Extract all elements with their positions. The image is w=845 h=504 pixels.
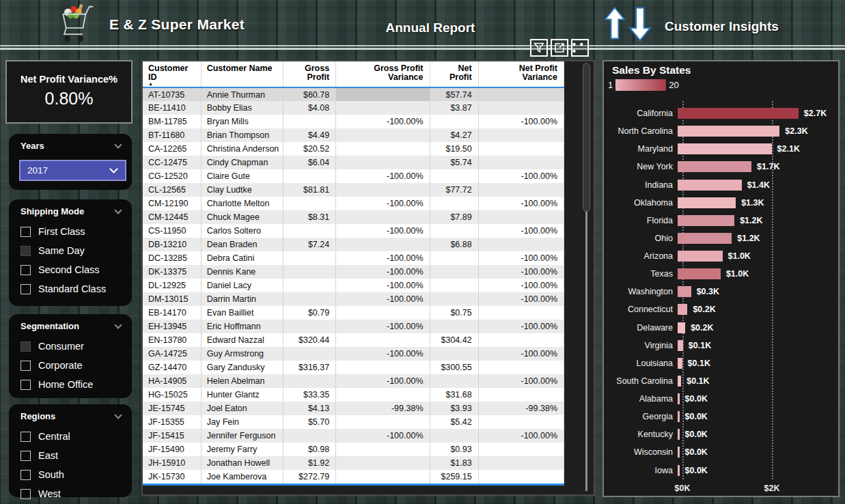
table-cell[interactable] — [478, 388, 564, 402]
table-cell[interactable]: $81.81 — [283, 183, 335, 197]
table-row[interactable]: DK-13375Dennis Kane-100.00%-100.00% — [143, 265, 564, 279]
table-cell[interactable] — [478, 183, 564, 197]
table-cell[interactable]: Bobby Elias — [201, 101, 283, 115]
table-cell[interactable]: Daniel Lacy — [201, 279, 283, 292]
table-cell[interactable] — [430, 292, 478, 306]
slicer-option[interactable]: Same Day — [20, 241, 132, 260]
slicer-option[interactable]: Corporate — [20, 356, 132, 375]
table-row[interactable]: DC-13285Debra Catini-100.00%-100.00% — [143, 251, 564, 265]
table-cell[interactable]: -99.38% — [478, 402, 564, 415]
table-row[interactable]: CC-12475Cindy Chapman$6.04$5.74 — [143, 156, 564, 169]
checkbox[interactable] — [20, 341, 31, 352]
bar[interactable] — [678, 286, 691, 297]
table-cell[interactable] — [478, 101, 564, 115]
table-cell[interactable]: BT-11680 — [143, 128, 201, 142]
checkbox[interactable] — [20, 380, 31, 390]
bar[interactable] — [678, 251, 723, 262]
table-cell[interactable]: BE-11410 — [143, 101, 201, 115]
slicer-option[interactable]: West — [20, 484, 132, 503]
table-cell[interactable] — [336, 306, 430, 320]
table-cell[interactable]: $4.27 — [430, 128, 478, 142]
bar[interactable] — [678, 233, 732, 244]
focus-mode-icon[interactable] — [551, 39, 568, 57]
table-cell[interactable]: -100.00% — [336, 279, 430, 292]
checkbox[interactable] — [20, 246, 31, 256]
table-cell[interactable]: -100.00% — [336, 320, 430, 333]
table-cell[interactable]: $7.24 — [283, 238, 335, 251]
table-cell[interactable]: -100.00% — [478, 374, 564, 388]
bar[interactable] — [678, 322, 685, 333]
table-cell[interactable]: Bryan Mills — [201, 115, 283, 128]
slicer-option[interactable]: Home Office — [20, 375, 132, 394]
table-row[interactable]: AT-10735Annie Thurman$60.78$57.74 — [143, 87, 564, 101]
table-cell[interactable]: -100.00% — [336, 292, 430, 306]
table-cell[interactable] — [336, 156, 430, 169]
table-cell[interactable] — [478, 470, 564, 484]
table-cell[interactable]: JH-15910 — [143, 456, 201, 470]
table-cell[interactable]: -100.00% — [478, 251, 564, 265]
table-cell[interactable]: -100.00% — [336, 115, 430, 128]
table-cell[interactable]: Darrin Martin — [201, 292, 283, 306]
table-cell[interactable]: -100.00% — [336, 374, 430, 388]
table-cell[interactable] — [336, 128, 430, 142]
filter-icon[interactable] — [530, 39, 548, 57]
table-cell[interactable]: $20.52 — [283, 142, 335, 156]
table-row[interactable]: BM-11785Bryan Mills-100.00%-100.00% — [143, 115, 564, 128]
table-cell[interactable]: CM-12445 — [143, 210, 201, 224]
table-cell[interactable]: CM-12190 — [143, 197, 201, 210]
years-dropdown[interactable]: 2017 — [19, 160, 126, 181]
table-cell[interactable]: -100.00% — [478, 265, 564, 279]
table-row[interactable]: BE-11410Bobby Elias$4.08$3.87 — [143, 101, 564, 115]
table-cell[interactable]: -100.00% — [336, 347, 430, 361]
bar[interactable] — [678, 393, 680, 404]
table-cell[interactable]: Hunter Glantz — [201, 388, 283, 402]
table-cell[interactable]: DK-13375 — [143, 265, 201, 279]
table-row[interactable]: JK-15730Joe Kamberova$272.79$259.15 — [143, 470, 564, 484]
table-cell[interactable]: Carlos Soltero — [201, 224, 283, 238]
table-cell[interactable]: EN-13780 — [143, 333, 201, 347]
table-cell[interactable]: Jonathan Howell — [201, 456, 283, 470]
table-cell[interactable]: $7.89 — [430, 210, 478, 224]
table-cell[interactable]: CL-12565 — [143, 183, 201, 197]
table-cell[interactable] — [283, 265, 335, 279]
table-cell[interactable]: -100.00% — [336, 429, 430, 443]
table-cell[interactable]: Claire Gute — [201, 169, 283, 183]
table-cell[interactable]: -100.00% — [478, 279, 564, 292]
column-header[interactable]: Net Profit — [430, 61, 478, 87]
slicer-option[interactable]: East — [20, 446, 132, 465]
table-cell[interactable]: $60.78 — [283, 87, 335, 101]
table-cell[interactable]: -100.00% — [336, 197, 430, 210]
table-cell[interactable] — [336, 238, 430, 251]
table-cell[interactable] — [430, 265, 478, 279]
table-cell[interactable]: $272.79 — [283, 470, 335, 484]
table-row[interactable]: DL-12925Daniel Lacy-100.00%-100.00% — [143, 279, 564, 292]
table-cell[interactable]: EH-13945 — [143, 320, 201, 333]
table-cell[interactable]: DL-12925 — [143, 279, 201, 292]
bar[interactable] — [678, 197, 736, 208]
table-cell[interactable]: -100.00% — [336, 169, 430, 183]
table-row[interactable]: DM-13015Darrin Martin-100.00%-100.00% — [143, 292, 564, 306]
table-cell[interactable] — [283, 347, 335, 361]
table-cell[interactable]: -99.38% — [336, 402, 430, 415]
table-cell[interactable]: AT-10735 — [143, 87, 201, 101]
slicer-option[interactable]: Consumer — [20, 337, 132, 356]
table-cell[interactable] — [336, 456, 430, 470]
table-cell[interactable]: $320.44 — [283, 333, 335, 347]
bar[interactable] — [678, 215, 734, 226]
table-cell[interactable]: Christina Anderson — [201, 142, 283, 156]
table-cell[interactable]: CA-12265 — [143, 142, 201, 156]
table-cell[interactable] — [336, 101, 430, 115]
table-row[interactable]: DB-13210Dean Braden$7.24$6.88 — [143, 238, 564, 251]
table-cell[interactable] — [336, 388, 430, 402]
table-cell[interactable] — [336, 142, 430, 156]
table-cell[interactable]: $5.70 — [283, 415, 335, 429]
bar[interactable] — [678, 143, 772, 154]
chevron-down-icon[interactable] — [114, 206, 122, 214]
table-cell[interactable]: HA-14905 — [143, 374, 201, 388]
table-cell[interactable] — [336, 443, 430, 456]
column-header[interactable]: Customer ID▲ — [143, 61, 201, 87]
table-cell[interactable]: Jay Fein — [201, 415, 283, 429]
table-cell[interactable]: Cindy Chapman — [201, 156, 283, 169]
table-cell[interactable]: BM-11785 — [143, 115, 201, 128]
table-cell[interactable]: $6.04 — [283, 156, 335, 169]
